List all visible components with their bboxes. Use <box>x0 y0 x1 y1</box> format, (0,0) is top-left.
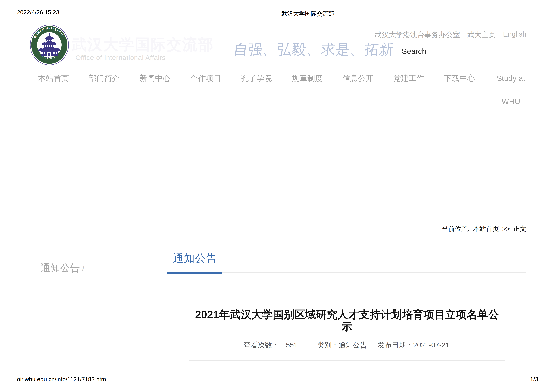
category-label: 类别： <box>317 340 339 350</box>
search-box <box>402 47 468 56</box>
link-whu-home[interactable]: 武大主页 <box>467 30 496 40</box>
breadcrumb: 当前位置: 本站首页 >> 正文 <box>442 225 526 233</box>
nav-item-confucius[interactable]: 孔子学院 <box>241 74 272 82</box>
university-logo[interactable]: WUHAN UNIVERSITY 武汉大学 <box>30 24 69 65</box>
breadcrumb-home[interactable]: 本站首页 <box>473 225 499 232</box>
tab-notices[interactable]: 通知公告 <box>173 251 217 265</box>
sidebar-section-notices[interactable]: 通知公告/ <box>41 261 84 275</box>
site-title-faded: 武汉大学国际交流部 <box>72 35 214 55</box>
nav-item-about[interactable]: 部门简介 <box>89 74 120 82</box>
header-divider <box>19 242 538 242</box>
breadcrumb-label: 当前位置: <box>442 225 469 232</box>
nav-item-cooperation[interactable]: 合作项目 <box>190 74 221 82</box>
svg-text:1893: 1893 <box>46 56 53 58</box>
tab-active-underline <box>167 272 222 274</box>
article-title: 2021年武汉大学国别区域研究人才支持计划培育项目立项名单公示 <box>192 308 502 332</box>
print-timestamp: 2022/4/26 15:23 <box>17 9 59 16</box>
nav-item-study-at-whu[interactable]: Study at WHU <box>495 67 527 113</box>
search-input[interactable] <box>402 47 468 56</box>
category-value: 通知公告 <box>339 340 367 350</box>
breadcrumb-separator: >> <box>502 225 510 232</box>
sidebar-section-label: 通知公告 <box>41 262 80 273</box>
link-english[interactable]: English <box>503 30 526 40</box>
link-hmt-office[interactable]: 武汉大学港澳台事务办公室 <box>374 30 460 40</box>
site-subtitle: Office of International Affairs <box>75 54 166 62</box>
nav-item-news[interactable]: 新闻中心 <box>139 74 171 82</box>
main-nav: 本站首页 部门简介 新闻中心 合作项目 孔子学院 规章制度 信息公开 党建工作 … <box>38 74 527 113</box>
tab-rule <box>222 272 526 273</box>
article-meta: 查看次数： 551 类别： 通知公告 发布日期： 2021-07-21 <box>189 340 504 350</box>
date-label: 发布日期： <box>378 340 413 350</box>
top-utility-links: 武汉大学港澳台事务办公室 武大主页 English <box>374 30 526 40</box>
views-count: 551 <box>286 341 298 349</box>
nav-item-info-disclosure[interactable]: 信息公开 <box>343 74 373 82</box>
meta-divider <box>189 360 504 361</box>
printed-webpage: 2022/4/26 15:23 武汉大学国际交流部 WUHAN UNIVERSI… <box>0 0 555 392</box>
nav-item-party-building[interactable]: 党建工作 <box>393 74 424 82</box>
date-value: 2021-07-21 <box>413 341 449 349</box>
views-label: 查看次数： <box>244 340 279 350</box>
breadcrumb-current: 正文 <box>513 225 526 232</box>
print-document-title: 武汉大学国际交流部 <box>281 10 334 18</box>
nav-item-downloads[interactable]: 下载中心 <box>444 74 475 82</box>
university-motto: 自强、弘毅、求是、拓新 <box>233 40 395 59</box>
sidebar-section-slash: / <box>82 264 84 273</box>
nav-item-regulations[interactable]: 规章制度 <box>292 74 323 82</box>
nav-item-home[interactable]: 本站首页 <box>38 74 69 82</box>
university-seal-icon: WUHAN UNIVERSITY 武汉大学 <box>30 24 69 65</box>
print-url: oir.whu.edu.cn/info/1121/7183.htm <box>17 376 106 383</box>
print-page-number: 1/3 <box>530 376 538 383</box>
